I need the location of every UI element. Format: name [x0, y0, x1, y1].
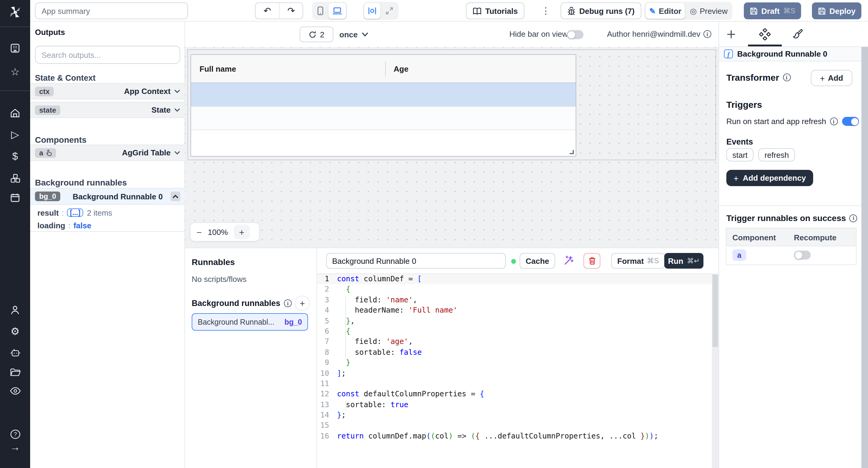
- status-dot: [511, 259, 516, 264]
- column-header-age[interactable]: Age: [394, 55, 408, 83]
- paintbrush-icon: [793, 29, 804, 40]
- delete-button[interactable]: [584, 253, 600, 269]
- code-line[interactable]: 10];: [317, 368, 712, 379]
- code-line[interactable]: 12const defaultColumnProperties = {: [317, 390, 712, 400]
- code-line[interactable]: 16return columnDef.map((col) => ({ ...de…: [317, 431, 712, 442]
- undo-button[interactable]: ↶: [255, 3, 279, 19]
- app-summary-input[interactable]: [35, 2, 188, 19]
- event-chip-refresh[interactable]: refresh: [758, 148, 795, 161]
- debug-runs-button[interactable]: Debug runs (7): [561, 2, 641, 19]
- code-line[interactable]: 5 },: [317, 316, 712, 327]
- code-line[interactable]: 11: [317, 379, 712, 390]
- center-width-button[interactable]: [364, 3, 380, 19]
- code-line[interactable]: 4 headerName: 'Full name': [317, 305, 712, 316]
- add-background-runnable-button[interactable]: +: [295, 296, 310, 311]
- canvas-grid[interactable]: Full name Age − 100% +: [185, 47, 718, 247]
- desktop-view-button[interactable]: [329, 3, 346, 19]
- editor-scrollbar[interactable]: [712, 273, 718, 468]
- result-array-box[interactable]: [...]: [67, 208, 84, 217]
- ai-wand-icon[interactable]: [563, 256, 574, 266]
- table-row[interactable]: [191, 107, 576, 130]
- plus-icon: [726, 30, 736, 39]
- refresh-mode-dropdown[interactable]: once: [339, 27, 369, 42]
- code-line[interactable]: 9 }: [317, 358, 712, 368]
- draft-button[interactable]: Draft ⌘S: [744, 2, 801, 19]
- info-icon[interactable]: i: [284, 299, 292, 307]
- output-row-state[interactable]: state State: [30, 102, 185, 118]
- cache-button[interactable]: Cache: [520, 253, 555, 269]
- workers-robot-icon[interactable]: [0, 348, 30, 358]
- info-icon[interactable]: i: [849, 214, 858, 222]
- runnable-name-input[interactable]: [326, 253, 506, 269]
- audit-eye-icon[interactable]: [0, 387, 30, 395]
- redo-button[interactable]: ↷: [279, 3, 303, 19]
- help-icon[interactable]: ?: [0, 429, 30, 440]
- zoom-out-button[interactable]: −: [196, 227, 202, 237]
- collapse-arrow-icon[interactable]: →: [0, 442, 30, 453]
- resources-cubes-icon[interactable]: [0, 173, 30, 184]
- windmill-logo-icon[interactable]: [0, 5, 30, 19]
- tab-insert-plus[interactable]: [720, 22, 742, 47]
- tab-component-settings[interactable]: [754, 22, 776, 47]
- favorites-star-icon[interactable]: ☆: [0, 67, 30, 78]
- hide-bar-toggle[interactable]: [567, 30, 584, 39]
- code-line[interactable]: 13 sortable: true: [317, 400, 712, 410]
- home-icon[interactable]: [0, 108, 30, 119]
- right-panel-scrollbar[interactable]: [861, 47, 868, 468]
- runnables-title: Runnables: [192, 257, 235, 267]
- add-transformer-button[interactable]: + Add: [811, 70, 852, 86]
- schedules-calendar-icon[interactable]: [0, 192, 30, 203]
- background-runnable-item[interactable]: Background Runnabl... bg_0: [192, 313, 308, 331]
- info-icon[interactable]: i: [830, 118, 838, 125]
- result-row[interactable]: result: [...] 2 items: [30, 207, 185, 219]
- code-line[interactable]: 1const columnDef = [: [317, 274, 712, 285]
- add-dependency-button[interactable]: + Add dependency: [726, 170, 813, 186]
- preview-tab[interactable]: ◎ Preview: [686, 3, 731, 19]
- deploy-button[interactable]: Deploy: [812, 2, 862, 19]
- runs-play-icon[interactable]: ▷: [0, 130, 30, 140]
- plus-icon: +: [734, 173, 738, 183]
- code-line[interactable]: 7 field: 'age',: [317, 337, 712, 347]
- event-chip-start[interactable]: start: [726, 148, 754, 161]
- info-icon[interactable]: i: [783, 73, 790, 81]
- column-header-full-name[interactable]: Full name: [199, 55, 236, 83]
- aggrid-header: Full name Age: [191, 55, 576, 83]
- tab-styling-brush[interactable]: [787, 22, 809, 47]
- folders-icon[interactable]: [0, 367, 30, 377]
- collapse-chevron-up-button[interactable]: [170, 192, 180, 201]
- component-a-chip: a: [733, 249, 746, 261]
- settings-gear-icon[interactable]: ⚙: [0, 327, 30, 337]
- tutorials-button[interactable]: Tutorials: [466, 2, 524, 19]
- code-line[interactable]: 14};: [317, 410, 712, 421]
- code-line[interactable]: 8 sortable: false: [317, 347, 712, 358]
- info-icon[interactable]: i: [704, 30, 711, 38]
- workspace-building-icon[interactable]: [0, 43, 30, 54]
- monaco-code-editor[interactable]: 1const columnDef = [2 {3 field: 'name',4…: [317, 273, 712, 468]
- output-row-bg0[interactable]: bg_0 Background Runnable 0: [30, 188, 185, 205]
- recompute-toggle[interactable]: [794, 250, 811, 260]
- more-menu-kebab-icon[interactable]: ⋮: [541, 5, 550, 16]
- mobile-view-button[interactable]: [313, 3, 327, 19]
- run-button[interactable]: Run⌘↵: [664, 253, 704, 269]
- code-line[interactable]: 3 field: 'name',: [317, 295, 712, 306]
- zoom-in-button[interactable]: +: [234, 225, 250, 239]
- code-line[interactable]: 15: [317, 421, 712, 431]
- aggrid-table-component[interactable]: Full name Age: [190, 54, 576, 157]
- editor-tab[interactable]: ✎ Editor: [646, 3, 685, 19]
- code-line[interactable]: 6 {: [317, 327, 712, 337]
- output-row-component-a[interactable]: a AgGrid Table: [30, 144, 185, 161]
- run-on-start-toggle[interactable]: [842, 117, 859, 126]
- draft-shortcut: ⌘S: [783, 7, 795, 15]
- format-button[interactable]: Format⌘S: [611, 253, 665, 269]
- output-row-ctx[interactable]: ctx App Context: [30, 83, 185, 99]
- resize-handle[interactable]: [569, 150, 574, 154]
- search-outputs-input[interactable]: [35, 46, 180, 64]
- variables-dollar-icon[interactable]: $: [0, 151, 30, 162]
- refresh-count-button[interactable]: 2: [300, 27, 333, 42]
- code-line[interactable]: 2 {: [317, 285, 712, 295]
- column-separator[interactable]: [385, 61, 386, 76]
- user-icon[interactable]: [0, 305, 30, 315]
- table-row-selected[interactable]: [191, 83, 576, 107]
- fullscreen-button[interactable]: [381, 3, 397, 19]
- transformer-title: Transformer i: [726, 72, 790, 82]
